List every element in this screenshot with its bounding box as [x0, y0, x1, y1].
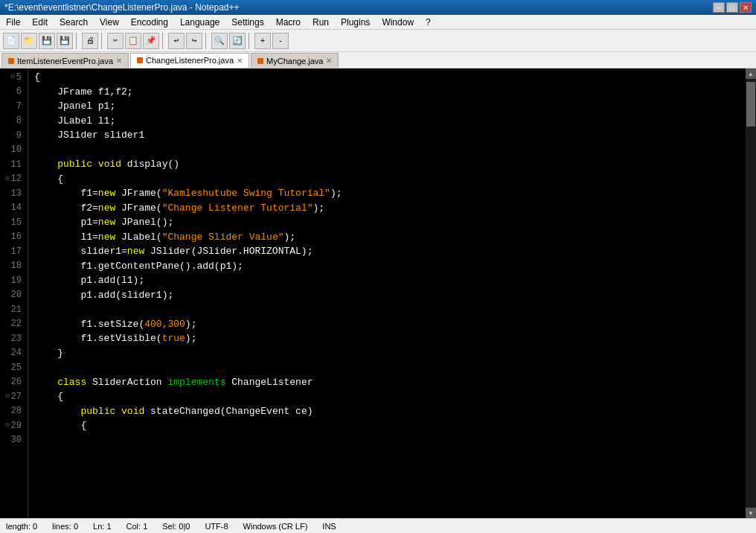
fold-icon[interactable]: ⊟ — [5, 174, 9, 185]
cut-button[interactable]: ✂ — [107, 33, 124, 49]
code-token: f1= — [34, 186, 98, 201]
save-button[interactable]: 💾 — [39, 33, 55, 49]
redo-button[interactable]: ↪ — [186, 33, 202, 49]
code-token: slider1= — [34, 244, 127, 259]
copy-button[interactable]: 📋 — [125, 33, 141, 49]
tab-label: ItemListenerEventPro.java — [17, 57, 113, 66]
scroll-down-button[interactable]: ▼ — [746, 508, 756, 518]
code-token: true — [162, 331, 185, 346]
save-all-button[interactable]: 💾 — [57, 33, 73, 49]
minimize-button[interactable]: ─ — [713, 2, 725, 13]
code-line: { — [34, 389, 740, 404]
line-num-label: 20 — [11, 288, 22, 301]
titlebar-title: *E:\event\eventlistner\ChangeListenerPro… — [4, 2, 240, 13]
tab-tab3[interactable]: MyChange.java✕ — [251, 53, 339, 68]
menu-item-file[interactable]: File — [0, 15, 26, 29]
menu-item-language[interactable]: Language — [174, 15, 225, 29]
code-token: ); — [185, 331, 197, 346]
menu-item-window[interactable]: Window — [376, 15, 420, 29]
code-token: void — [121, 404, 144, 419]
menu-item-run[interactable]: Run — [307, 15, 335, 29]
menu-item-settings[interactable]: Settings — [225, 15, 269, 29]
code-token: implements — [167, 375, 225, 390]
code-token: display() — [121, 157, 179, 172]
line-num-label: 29 — [11, 419, 22, 433]
toolbar-separator-4 — [205, 33, 208, 49]
code-token: JSlider(JSlider.HORIZONTAL); — [144, 244, 313, 259]
code-token: f1.setVisible( — [34, 331, 162, 346]
tab-close-button[interactable]: ✕ — [237, 57, 243, 65]
toolbar-separator-3 — [162, 33, 165, 49]
tab-close-button[interactable]: ✕ — [116, 57, 122, 65]
tab-close-button[interactable]: ✕ — [326, 57, 332, 65]
code-line: public void display() — [34, 157, 740, 172]
code-token: SliderAction — [86, 375, 167, 390]
scroll-up-button[interactable]: ▲ — [746, 68, 756, 79]
line-number: ⊟27 — [0, 389, 25, 404]
status-encoding: UTF-8 — [205, 522, 228, 531]
code-token: Jpanel p1; — [34, 99, 115, 114]
code-token: public — [80, 404, 115, 419]
tabs-bar: ItemListenerEventPro.java✕ChangeListener… — [0, 52, 756, 68]
menubar: FileEditSearchViewEncodingLanguageSettin… — [0, 15, 756, 30]
line-num-label: 11 — [11, 158, 22, 171]
tab-tab2[interactable]: ChangeListenerPro.java✕ — [130, 53, 249, 68]
code-token: ); — [330, 186, 342, 201]
line-num-label: 22 — [11, 317, 22, 331]
line-num-label: 12 — [11, 172, 22, 185]
code-token: void — [98, 157, 121, 172]
tab-icon — [257, 58, 263, 64]
code-token: p1.add(l1); — [34, 273, 144, 288]
maximize-button[interactable]: □ — [726, 2, 738, 13]
menu-item-plugins[interactable]: Plugins — [335, 15, 376, 29]
line-number: 26 — [0, 375, 25, 390]
menu-item-encoding[interactable]: Encoding — [125, 15, 174, 29]
fold-icon[interactable]: ⊟ — [5, 392, 9, 402]
open-button[interactable]: 📁 — [21, 33, 37, 49]
line-number: 7 — [0, 99, 25, 114]
line-num-label: 5 — [16, 71, 22, 84]
scroll-track[interactable] — [746, 79, 756, 508]
fold-icon[interactable]: ⊟ — [10, 72, 14, 83]
code-line: } — [34, 346, 740, 361]
new-button[interactable]: 📄 — [3, 33, 19, 49]
line-number: 6 — [0, 85, 25, 100]
tab-tab1[interactable]: ItemListenerEventPro.java✕ — [1, 53, 129, 68]
line-number: ⊟29 — [0, 418, 25, 433]
print-button[interactable]: 🖨 — [82, 33, 98, 49]
line-number: 10 — [0, 143, 25, 158]
code-line: slider1=new JSlider(JSlider.HORIZONTAL); — [34, 244, 740, 259]
menu-item-?[interactable]: ? — [420, 15, 437, 29]
replace-button[interactable]: 🔄 — [229, 33, 246, 49]
menu-item-edit[interactable]: Edit — [26, 15, 54, 29]
status-ins: INS — [322, 522, 336, 531]
titlebar: *E:\event\eventlistner\ChangeListenerPro… — [0, 0, 756, 15]
code-area[interactable]: { JFrame f1,f2; Jpanel p1; JLabel l1; JS… — [28, 68, 746, 518]
line-num-label: 23 — [11, 332, 22, 345]
code-token: stateChanged(ChangeEvent ce) — [144, 404, 313, 419]
close-button[interactable]: ✕ — [740, 2, 752, 13]
code-token — [34, 404, 80, 419]
paste-button[interactable]: 📌 — [143, 33, 159, 49]
titlebar-controls: ─ □ ✕ — [713, 2, 752, 13]
tab-label: MyChange.java — [266, 57, 323, 66]
toolbar-separator-5 — [249, 33, 252, 49]
line-number: 23 — [0, 331, 25, 346]
code-token: JPanel(); — [115, 215, 173, 230]
tab-label: ChangeListenerPro.java — [146, 56, 234, 65]
find-button[interactable]: 🔍 — [211, 33, 228, 49]
vertical-scrollbar[interactable]: ▲ ▼ — [746, 68, 756, 518]
menu-item-view[interactable]: View — [94, 15, 125, 29]
line-num-label: 14 — [11, 201, 22, 214]
zoom-in-button[interactable]: + — [254, 33, 271, 49]
fold-icon[interactable]: ⊟ — [5, 421, 9, 431]
scroll-thumb[interactable] — [746, 82, 755, 127]
toolbar-separator-2 — [101, 33, 104, 49]
code-token: new — [98, 201, 115, 216]
menu-item-macro[interactable]: Macro — [270, 15, 307, 29]
undo-button[interactable]: ↩ — [168, 33, 185, 49]
status-ln: Ln: 1 — [93, 522, 111, 531]
code-line: f2=new JFrame("Change Listener Tutorial"… — [34, 201, 740, 216]
zoom-out-button[interactable]: - — [272, 33, 289, 49]
menu-item-search[interactable]: Search — [54, 15, 94, 29]
